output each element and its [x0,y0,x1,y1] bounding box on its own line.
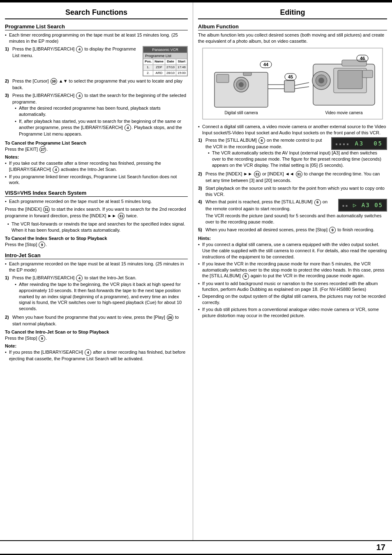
svg-point-4 [239,82,244,87]
list-item: Each timer recording programming on the … [5,32,188,44]
svg-rect-15 [338,70,362,89]
album-step-4: 4) When that point is reached, press the… [198,199,387,225]
intro-jet-section: Intro-Jet Scan Each programme recorded o… [5,252,188,362]
table-row: Programme List [143,53,187,59]
album-function-section: Album Function The album function lets y… [198,23,387,319]
step-num: 3) [5,92,12,138]
notes-label: Notes: [5,154,188,159]
programme-list-bullets: Each timer recording programming on the … [5,32,188,44]
svg-rect-21 [284,81,295,92]
album-step-2: 2) Press the [INDEX] ►► 31 or [INDEX] ◄◄… [198,171,387,184]
programme-list-search-section: Programme List Search Each timer recordi… [5,23,188,186]
circle-31c: 31 [254,171,261,177]
intro-step-1: 1) Press the [LIBRARY/SEARCH] 4 to start… [5,275,188,313]
row2-pos: 2. [143,70,153,76]
circle-4c: 4 [125,124,131,131]
step-content: Press the [Cursor] 38 ▲▼ to select the p… [12,78,188,91]
circle-4f: 4 [85,349,91,356]
programme-list-title: Programme List Search [5,23,188,30]
table-row: Pos. Name Date Start [143,59,187,64]
cancel-text: Press the [Stop] 9. [5,335,188,342]
svg-text:44: 44 [263,62,269,67]
svg-rect-6 [217,74,229,83]
circle-6c: 6 [242,273,249,280]
table-row: Panasonic VCR [143,46,187,53]
step-content: When that point is reached, press the [S… [205,199,387,225]
page-number: 17 [376,543,385,552]
svg-text:Digital still camera: Digital still camera [224,111,258,115]
viss-section: VISS=VHS Index Search System Each progra… [5,190,188,248]
diagram-svg: Digital still camera [202,48,383,120]
step-num: 1) [5,275,12,313]
right-column: Editing Album Function The album functio… [193,2,392,540]
svg-rect-5 [243,72,251,76]
programme-table: Panasonic VCR Programme List Pos. Name D… [143,46,188,77]
viss-para: Press the [INDEX] 31 to start the index … [5,206,188,219]
hint-item: If you leave the VCR in the recording pa… [198,261,387,280]
hint-item: If you connect a digital still camera, u… [198,242,387,260]
step-content: Press the [LIBRARY/SEARCH] 4 to start th… [12,275,188,313]
step-3: 3) Press the [LIBRARY/SEARCH] 4 to start… [5,92,188,138]
step-num: 1) [5,46,12,77]
col-name: Name [153,59,165,64]
sub-bullet: After rewinding the tape to the beginnin… [12,281,188,312]
circle-9b: 9 [39,335,45,342]
viss-title: VISS=VHS Index Search System [5,190,188,197]
step-content: Start playback on the source unit to sea… [205,185,387,198]
cancel-label: To Cancel the Programme List Search [5,140,188,145]
step-content: When you have recorded all desired scene… [205,227,387,233]
cancel-label: To Cancel the Index Search or to Stop Pl… [5,236,188,241]
step4-text: When that point is reached, press the [S… [205,199,335,212]
sub-bullet: The VCR fast-forwards or rewinds the tap… [5,221,188,233]
intro-jet-title: Intro-Jet Scan [5,252,188,259]
left-section-title: Search Functions [5,6,188,19]
sub-bullet: If, after playback has started, you want… [12,118,188,137]
display-box-2: ▪▪ ▷ A3 05 [338,199,387,212]
svg-point-13 [318,78,324,83]
page-footer: 17 [0,540,392,554]
circle-4d: 4 [53,166,59,173]
album-step-5: 5) When you have recorded all desired sc… [198,227,387,233]
col-date: Date [165,59,176,64]
table-row: 1. ZDF 27/10 17:46 [143,64,187,70]
step4-row: When that point is reached, press the [S… [205,199,387,212]
list-header: Programme List [143,53,187,59]
step1-text: Press the [STILL ALBUM] 6 on the remote … [205,137,328,150]
display-box-1: ▪▪▪▪ A3 05 [331,137,387,150]
step-num: 1) [198,137,205,169]
note-item: If you programme linked timer recordings… [5,174,188,186]
svg-text:Video movie camera: Video movie camera [325,111,363,115]
step-num: 5) [198,227,205,233]
svg-text:46: 46 [360,56,365,61]
row1-start: 17:46 [176,64,187,70]
row2-date: 28/10 [165,70,176,76]
note-item: If you press the [LIBRARY/SEARCH] 4 afte… [5,349,188,362]
row2-name: ARD [153,70,165,76]
album-title: Album Function [198,23,387,30]
circle-31b: 31 [118,213,125,219]
panasonic-header: Panasonic VCR [143,46,187,53]
album-intro: The album function lets you collect desi… [198,32,387,44]
step-num: 2) [5,314,12,327]
step-1: 1) Panasonic VCR Programme List [5,46,188,77]
hint-item: If you want to add background music or n… [198,281,387,293]
hint-item: If you dub still pictures from a convent… [198,306,387,319]
sub-bullet: After the desired recorded programme has… [12,105,188,117]
cancel-text: Press the [Stop] 9. [5,242,188,248]
circle-4b: 4 [76,92,83,99]
display-icon: ▪▪▪▪ [335,142,350,146]
right-section-title: Editing [198,6,387,19]
svg-text:45: 45 [288,74,293,79]
hint-item: Depending on the output system of the di… [198,293,387,306]
vcr-display-1: ▪▪▪▪ A3 05 [331,137,387,150]
col-pos: Pos. [143,59,153,64]
hints-label: Hints: [198,236,387,241]
list-item: Each programme recorded on the tape must… [5,261,188,273]
circle-9a: 9 [39,242,45,248]
circle-6a: 6 [258,137,265,144]
album-step-3: 3) Start playback on the source unit to … [198,185,387,198]
row1-date: 27/10 [165,64,176,70]
note-label: Note: [5,343,188,348]
circle-26: 26 [167,314,173,321]
col-start: Start [176,59,187,64]
